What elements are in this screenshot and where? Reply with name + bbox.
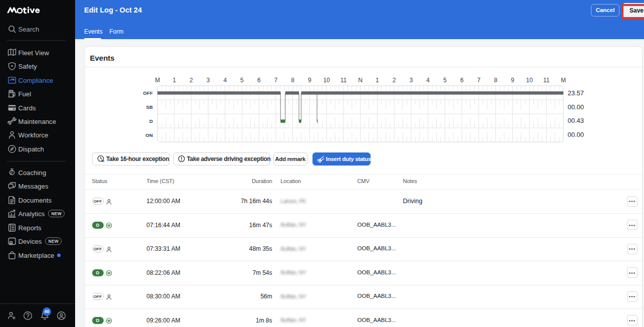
svg-text:D: D [149,118,153,124]
svg-text:9: 9 [511,77,514,84]
svg-text:10: 10 [323,77,330,84]
svg-text:7: 7 [477,77,481,84]
svg-text:5: 5 [240,77,244,84]
svg-text:00.00: 00.00 [568,103,584,111]
svg-text:16: 16 [101,159,104,162]
svg-text:6: 6 [257,77,261,84]
svg-text:8: 8 [291,77,294,84]
svg-text:2: 2 [190,77,193,84]
svg-text:6: 6 [460,77,464,84]
svg-text:M: M [561,77,566,84]
svg-text:4: 4 [426,77,430,84]
svg-text:00.00: 00.00 [568,131,584,138]
svg-text:ON: ON [146,132,153,138]
svg-text:OFF: OFF [143,90,153,96]
svg-text:00.43: 00.43 [568,117,584,124]
svg-text:11: 11 [543,77,550,84]
svg-text:7: 7 [274,77,277,84]
svg-text:5: 5 [443,77,447,84]
svg-text:SB: SB [146,104,153,110]
svg-text:9: 9 [308,77,311,84]
svg-text:3: 3 [206,77,210,84]
svg-text:4: 4 [223,77,227,84]
svg-text:8: 8 [494,77,497,84]
svg-text:1: 1 [376,77,379,84]
svg-text:2: 2 [393,77,396,84]
svg-text:1: 1 [173,77,176,84]
svg-text:10: 10 [526,77,533,84]
svg-text:23.57: 23.57 [568,89,584,97]
svg-text:11: 11 [341,77,347,84]
svg-text:3: 3 [410,77,413,84]
svg-text:N: N [358,77,363,84]
svg-text:M: M [155,77,160,84]
